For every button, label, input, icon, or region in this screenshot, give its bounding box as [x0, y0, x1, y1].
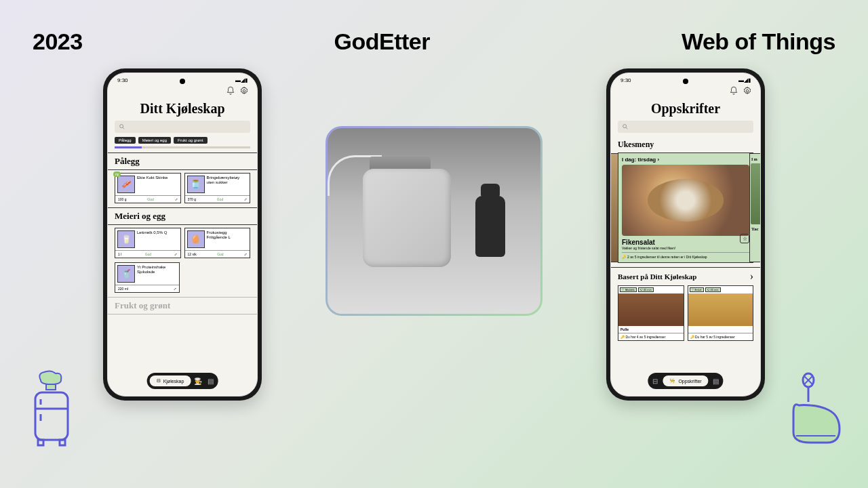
item-card[interactable]: 🫙Bringebærsyltetøy uten sukker 370 gGod⤢ — [184, 173, 251, 203]
food-icon: 🥚 — [187, 230, 205, 248]
svg-rect-6 — [46, 384, 56, 390]
recipe-card[interactable]: ♡ Enkel⏱ 45 min 🔑 Du har 5 av 5 ingredie… — [688, 285, 754, 341]
section-palegg: Pålegg — [108, 152, 257, 170]
expand-icon[interactable]: ⤢ — [174, 252, 177, 256]
food-icon: 🥓 — [117, 176, 135, 193]
page-title: Oppskrifter — [611, 98, 760, 121]
svg-line-2 — [123, 127, 124, 129]
bottom-nav: ⊟Kjøleskap 👨‍🍳 ▤ — [147, 373, 218, 389]
nav-fridge[interactable]: ⊟ — [650, 376, 660, 386]
section-meieri: Meieri og egg — [108, 207, 257, 225]
food-icon: 🥤 — [117, 265, 135, 283]
nav-fridge[interactable]: ⊟Kjøleskap — [150, 375, 191, 386]
section-ukesmeny: Ukesmeny — [611, 137, 760, 152]
recipe-image — [618, 293, 684, 326]
fridge-chef-icon — [20, 368, 81, 449]
recipe-card[interactable]: ♡ Middels⏱ 45 min Pulle 🔑 Du har 4 av 5 … — [618, 285, 684, 341]
bottom-nav: ⊟ 👨‍🍳Oppskrifter ▤ — [648, 373, 723, 389]
key-icon: 🔑 — [622, 255, 626, 259]
device-photo — [326, 126, 542, 316]
chip-frukt[interactable]: Frukt og grønt — [174, 137, 208, 144]
item-card[interactable]: ny 🥓Ekte Kokt Skinke 100 gGod⤢ — [115, 173, 181, 203]
section-frukt: Frukt og grønt — [108, 297, 257, 314]
today-recipe-card[interactable]: I dag: tirsdag › Fikensalat Vakker og fr… — [618, 152, 753, 263]
expand-icon[interactable]: ⤢ — [244, 252, 247, 256]
chip-palegg[interactable]: Pålegg — [115, 137, 136, 144]
nav-recipes[interactable]: 👨‍🍳Oppskrifter — [663, 375, 708, 386]
chevron-right-icon: › — [750, 270, 753, 283]
project-title: GodEtter — [334, 28, 430, 55]
svg-rect-12 — [60, 440, 65, 445]
whisk-mitt-icon — [780, 368, 848, 449]
svg-point-0 — [243, 89, 245, 92]
slide-header: 2023 GodEtter Web of Things — [0, 0, 868, 55]
gear-icon[interactable] — [743, 86, 752, 96]
recipe-image — [688, 293, 753, 326]
phone-fridge-screen: 9:30▬◢▮ Ditt Kjøleskap Pålegg Meieri og … — [103, 68, 262, 401]
year-label: 2023 — [33, 28, 83, 55]
search-input[interactable] — [115, 121, 250, 133]
item-card[interactable]: 🥚Frokostegg Frittgående L 12 stkGod⤢ — [184, 228, 251, 258]
category-label: Web of Things — [682, 28, 835, 55]
expand-icon[interactable]: ⤢ — [175, 197, 178, 201]
svg-point-1 — [120, 125, 123, 128]
bell-icon[interactable] — [729, 86, 738, 96]
item-card[interactable]: 🥛Lettmelk 0,5% Q 1 lGod⤢ — [115, 228, 181, 258]
svg-line-5 — [626, 127, 627, 129]
phone-recipes-screen: 9:30▬◢▮ Oppskrifter Ukesmeny I dag: tirs… — [606, 68, 765, 401]
new-badge: ny — [113, 171, 121, 177]
svg-point-3 — [746, 89, 749, 92]
chevron-right-icon: › — [657, 157, 659, 163]
expand-icon[interactable]: ⤢ — [244, 197, 247, 201]
bell-icon[interactable] — [226, 86, 235, 96]
nav-list[interactable]: ▤ — [711, 376, 721, 386]
next-day-peek[interactable]: I m Tac — [749, 153, 761, 262]
chef-icon: 👨‍🍳 — [669, 378, 675, 384]
nav-recipes[interactable]: 👨‍🍳 — [193, 376, 203, 386]
food-icon: 🥛 — [117, 230, 135, 248]
page-title: Ditt Kjøleskap — [108, 98, 257, 121]
chip-meieri[interactable]: Meieri og egg — [138, 137, 171, 144]
recipe-image — [622, 165, 749, 236]
svg-point-4 — [623, 125, 627, 128]
gear-icon[interactable] — [239, 86, 249, 96]
section-based-on-fridge[interactable]: Basert på Ditt Kjøleskap› — [611, 267, 760, 285]
nav-list[interactable]: ▤ — [205, 376, 215, 386]
favorite-button[interactable]: ☆ — [740, 234, 749, 243]
category-chips: Pålegg Meieri og egg Frukt og grønt — [108, 137, 257, 144]
svg-rect-11 — [38, 440, 43, 445]
item-card[interactable]: 🥤Yt Proteinshake Sjokolade 220 ml⤢ — [115, 262, 180, 293]
food-icon: 🫙 — [187, 176, 205, 193]
fridge-icon: ⊟ — [157, 378, 161, 384]
search-input[interactable] — [618, 121, 753, 133]
